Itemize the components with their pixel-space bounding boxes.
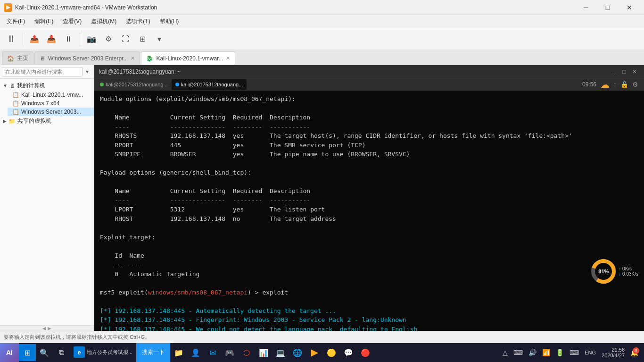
settings-icon[interactable]: ⚙ — [632, 81, 638, 88]
taskbar-mail[interactable]: ✉ — [204, 344, 221, 361]
toolbar-sep-1 — [23, 33, 23, 46]
sidebar-item-kali[interactable]: 📋 Kali-Linux-2020.1-vmw... — [8, 91, 94, 99]
tray-expand[interactable]: △ — [501, 347, 510, 358]
taskbar-hex[interactable]: ⬡ — [238, 344, 255, 361]
fullscreen-button[interactable]: ⛶ — [118, 32, 133, 47]
terminal-title: kali@20175312taoguangyuan: ~ — [99, 68, 181, 75]
taskbar-app-yellow[interactable]: 🟡 — [323, 344, 340, 361]
taskbar-search-app[interactable]: 搜索一下 — [136, 343, 170, 362]
log-line-1: [*] 192.168.137.148:445 - Automatically … — [100, 307, 336, 314]
vmware-icon: ▶ — [4, 3, 12, 12]
title-bar: ▶ Kali-Linux-2020.1-vmware-amd64 - VMwar… — [0, 0, 644, 15]
taskbar-start-button[interactable]: ⊞ — [19, 344, 36, 361]
tab-kali[interactable]: 🐉 Kali-Linux-2020.1-vmwar... ✕ — [141, 51, 235, 65]
taskbar-chart[interactable]: 📊 — [255, 344, 272, 361]
taskbar-folder[interactable]: 📁 — [170, 344, 187, 361]
kali-vm-icon: 📋 — [12, 92, 19, 98]
toolbar: ⏸ 📤 📥 ⏸ 📷 ⚙ ⛶ ⊞ ▾ — [0, 28, 644, 50]
tab-bar: 🏠 主页 🖥 Windows Server 2003 Enterpr... ✕ … — [0, 50, 644, 65]
terminal-content: Module options (exploit/windows/smb/ms08… — [100, 94, 638, 331]
terminal-clock: 09:56 — [582, 81, 600, 88]
edge-label: 地方公务员考试报... — [87, 349, 132, 356]
menu-view[interactable]: 查看(V) — [58, 17, 86, 26]
maximize-button[interactable]: □ — [597, 0, 619, 15]
title-bar-left: ▶ Kali-Linux-2020.1-vmware-amd64 - VMwar… — [4, 3, 157, 12]
tab1-indicator — [100, 83, 104, 86]
taskbar-vmware[interactable]: ▶ — [306, 344, 323, 361]
terminal-minimize[interactable]: ─ — [609, 67, 619, 76]
menu-bar: 文件(F) 编辑(E) 查看(V) 虚拟机(M) 选项卡(T) 帮助(H) — [0, 15, 644, 28]
settings-button[interactable]: ⚙ — [101, 32, 116, 47]
tab2-indicator — [175, 83, 179, 86]
menu-edit[interactable]: 编辑(E) — [30, 17, 58, 26]
search-input[interactable] — [2, 67, 83, 76]
sidebar-item-shared[interactable]: ▶ 📁 共享的虚拟机 — [0, 116, 94, 126]
tray-keyboard[interactable]: ⌨ — [512, 347, 525, 358]
taskbar: Ai ⊞ 🔍 ⧉ e 地方公务员考试报... 搜索一下 📁 👤 ✉ 🎮 ⬡ 📊 … — [0, 343, 644, 362]
tray-lang[interactable]: ENG — [583, 348, 598, 357]
taskbar-clock: 21:56 2020/4/27 — [600, 347, 627, 358]
edge-icon: e — [74, 346, 85, 358]
terminal-body[interactable]: Module options (exploit/windows/smb/ms08… — [94, 91, 644, 331]
pause-button[interactable]: ⏸ — [4, 32, 19, 47]
tray-network[interactable]: 📶 — [540, 347, 552, 358]
tray-input[interactable]: ⌨ — [568, 347, 581, 358]
taskbar-ai-button[interactable]: Ai — [0, 343, 19, 362]
view-button[interactable]: ⊞ — [135, 32, 150, 47]
sidebar-item-win2003[interactable]: 📋 Windows Server 2003... — [8, 108, 94, 116]
toolbar-sep-2 — [80, 33, 80, 46]
notification-badge: 3 — [633, 347, 639, 354]
network-widget: 81% ↑ 0K/s ↓ 0.03K/s — [591, 259, 638, 284]
sidebar-item-mycomputer[interactable]: ▼ 🖥 我的计算机 — [0, 81, 94, 91]
win2003-icon: 🖥 — [40, 55, 45, 62]
menu-file[interactable]: 文件(F) — [2, 17, 30, 26]
terminal-window: kali@20175312taoguangyuan: ~ ─ □ ✕ kali@… — [94, 65, 644, 331]
notification-icon[interactable]: 🔔 3 — [628, 346, 640, 359]
menu-tabs[interactable]: 选项卡(T) — [121, 17, 155, 26]
sidebar-search-bar: ▾ — [0, 65, 94, 79]
lock-icon: 🔒 — [620, 81, 628, 88]
vmware-cloud-icon[interactable]: ☁ — [600, 79, 610, 90]
home-icon: 🏠 — [7, 55, 14, 62]
taskbar-wechat[interactable]: 💬 — [340, 344, 357, 361]
upload-speed: ↑ 0K/s — [619, 266, 638, 271]
pause2-button[interactable]: ⏸ — [61, 32, 76, 47]
taskbar-app-red[interactable]: 🔴 — [357, 344, 374, 361]
log-line-2: [*] 192.168.137.148:445 - Fingerprint: W… — [100, 316, 406, 323]
status-bar: 要将输入定向到该虚拟机，请将鼠标指针移入其中或按 Ctrl+G。 — [0, 331, 644, 343]
receive-button[interactable]: 📥 — [44, 32, 59, 47]
close-button[interactable]: ✕ — [619, 0, 640, 15]
status-message: 要将输入定向到该虚拟机，请将鼠标指针移入其中或按 Ctrl+G。 — [4, 334, 150, 341]
taskbar-game[interactable]: 🎮 — [221, 344, 238, 361]
computer-icon: 🖥 — [9, 83, 15, 89]
tray-battery[interactable]: 🔋 — [554, 347, 566, 358]
taskbar-search-button[interactable]: 🔍 — [36, 344, 53, 361]
minimize-button[interactable]: ─ — [575, 0, 597, 15]
window-title: Kali-Linux-2020.1-vmware-amd64 - VMware … — [15, 4, 157, 11]
tray-volume[interactable]: 🔊 — [527, 347, 538, 358]
terminal-tab-2[interactable]: kali@20175312taoguang... — [172, 79, 247, 90]
taskbar-edge[interactable]: e 地方公务员考试报... — [70, 343, 136, 362]
taskbar-browser[interactable]: 🌐 — [289, 344, 306, 361]
terminal-maximize[interactable]: □ — [619, 67, 629, 76]
taskbar-terminal[interactable]: 💻 — [272, 344, 289, 361]
taskbar-taskview-button[interactable]: ⧉ — [53, 344, 70, 361]
more-button[interactable]: ▾ — [152, 32, 167, 47]
tab-win2003[interactable]: 🖥 Windows Server 2003 Enterpr... ✕ — [34, 51, 140, 65]
menu-vm[interactable]: 虚拟机(M) — [86, 17, 121, 26]
tab-win2003-close[interactable]: ✕ — [131, 55, 135, 61]
sidebar-item-win7[interactable]: 📋 Windows 7 x64 — [8, 99, 94, 108]
upload-icon: ↑ — [613, 81, 617, 88]
search-dropdown-button[interactable]: ▾ — [83, 67, 92, 76]
sidebar-scrollbar[interactable]: ◀ ▶ — [0, 325, 94, 331]
tab-kali-close[interactable]: ✕ — [226, 55, 230, 61]
terminal-title-bar: kali@20175312taoguangyuan: ~ ─ □ ✕ — [94, 65, 644, 78]
screenshot-button[interactable]: 📷 — [84, 32, 99, 47]
send-button[interactable]: 📤 — [27, 32, 42, 47]
tab-home[interactable]: 🏠 主页 — [2, 51, 33, 65]
taskbar-user[interactable]: 👤 — [187, 344, 204, 361]
terminal-close[interactable]: ✕ — [630, 67, 639, 76]
content-area: kali@20175312taoguangyuan: ~ ─ □ ✕ kali@… — [94, 65, 644, 331]
menu-help[interactable]: 帮助(H) — [155, 17, 184, 26]
terminal-tab-1[interactable]: kali@20175312taoguang... — [96, 79, 172, 90]
